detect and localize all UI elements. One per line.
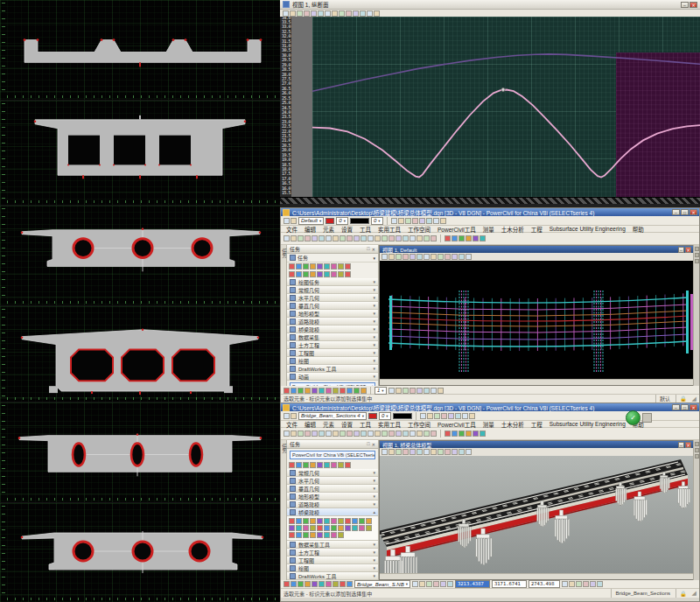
element-template-dropdown[interactable]: Default▾ [298, 217, 324, 225]
tool-icon[interactable] [396, 449, 402, 455]
tool-icon[interactable] [396, 254, 402, 260]
tool-icon[interactable] [402, 449, 409, 455]
tool-icon[interactable] [424, 235, 430, 242]
tool-icon[interactable] [466, 449, 472, 455]
menu-item[interactable]: 帮助 [630, 225, 647, 234]
maximize-button[interactable]: □ [681, 209, 689, 215]
line-style-dropdown[interactable]: 0▾ [336, 217, 348, 225]
tool-icon[interactable] [326, 430, 332, 437]
tool-icon[interactable] [317, 532, 323, 538]
tool-icon[interactable] [289, 462, 295, 468]
tool-icon[interactable] [310, 462, 316, 468]
tool-icon[interactable] [360, 388, 367, 394]
tool-icon[interactable] [410, 254, 416, 260]
tool-icon[interactable] [324, 271, 330, 277]
tool-icon[interactable] [447, 581, 453, 587]
tool-icon[interactable] [430, 235, 437, 242]
tool-icon[interactable] [296, 462, 302, 468]
tool-icon[interactable] [366, 525, 372, 531]
tool-icon[interactable] [438, 449, 444, 455]
tool-icon[interactable] [346, 581, 353, 587]
tool-icon[interactable] [416, 430, 423, 437]
tool-icon[interactable] [298, 430, 304, 437]
tool-icon[interactable] [438, 254, 444, 260]
minimize-button[interactable]: – [681, 2, 689, 8]
tool-icon[interactable] [289, 532, 295, 538]
tool-icon[interactable] [416, 254, 423, 260]
tool-icon[interactable] [324, 462, 330, 468]
tool-icon[interactable] [289, 263, 295, 270]
menu-item[interactable]: 实用工具 [375, 225, 403, 234]
tool-icon[interactable] [338, 263, 344, 270]
tool-icon[interactable] [303, 271, 309, 277]
tasks-panel-header[interactable]: 任务 ⏍✕ [287, 440, 378, 449]
tool-icon[interactable] [290, 388, 297, 394]
tool-icon[interactable] [391, 218, 397, 224]
close-button[interactable]: ✕ [690, 209, 697, 215]
tool-icon[interactable] [290, 430, 297, 437]
tool-icon[interactable] [583, 581, 589, 587]
tool-icon[interactable] [324, 518, 330, 524]
tool-icon[interactable] [426, 218, 432, 224]
status-cell-level[interactable]: Bridge_Beam_Sections [611, 589, 674, 598]
tool-icon[interactable] [312, 581, 318, 587]
tool-icon[interactable] [430, 254, 437, 260]
tool-icon[interactable] [331, 271, 337, 277]
tool-icon[interactable] [382, 430, 388, 437]
tool-icon[interactable] [452, 430, 458, 437]
tool-icon[interactable] [597, 581, 603, 587]
tool-icon[interactable] [284, 235, 290, 242]
view-select-dropdown[interactable]: 1▾ [374, 387, 387, 395]
tool-icon[interactable] [290, 10, 296, 17]
tool-icon[interactable] [426, 581, 432, 587]
view-scrollbar[interactable] [380, 573, 694, 579]
tasks-panel-header[interactable]: 任务 ⏍✕ [287, 245, 378, 254]
tool-icon[interactable] [396, 235, 402, 242]
tool-icon[interactable] [433, 218, 439, 224]
menu-item[interactable]: 工程 [528, 225, 545, 234]
tool-icon[interactable] [434, 413, 440, 419]
tool-icon[interactable] [352, 525, 358, 531]
tool-icon[interactable] [416, 449, 423, 455]
tool-icon[interactable] [382, 235, 388, 242]
tool-icon[interactable] [296, 271, 302, 277]
tool-icon[interactable] [472, 430, 479, 437]
tool-icon[interactable] [338, 462, 344, 468]
tool-icon[interactable] [304, 10, 310, 17]
profile-plot-area[interactable] [312, 17, 700, 197]
tool-icon[interactable] [388, 449, 395, 455]
tool-icon[interactable] [331, 518, 337, 524]
tool-icon[interactable] [452, 449, 458, 455]
tool-icon[interactable] [424, 388, 430, 394]
close-button[interactable]: ✕ [690, 404, 697, 410]
tool-icon[interactable] [331, 462, 337, 468]
tool-icon[interactable] [296, 518, 302, 524]
tool-icon[interactable] [359, 518, 365, 524]
tool-icon[interactable] [420, 413, 426, 419]
tool-icon[interactable] [303, 525, 309, 531]
menu-item[interactable]: 工程 [528, 420, 545, 429]
menu-item[interactable]: 编辑 [302, 420, 318, 429]
active-level-chip[interactable] [393, 413, 412, 419]
tool-icon[interactable] [469, 413, 475, 419]
coord-x-field[interactable]: 3213.4387 [455, 580, 490, 588]
tool-icon[interactable] [340, 430, 346, 437]
tool-icon[interactable] [396, 388, 402, 394]
tool-icon[interactable] [284, 581, 290, 587]
view-min[interactable]: – [678, 247, 684, 253]
tool-icon[interactable] [304, 388, 311, 394]
tool-icon[interactable] [290, 235, 297, 242]
tool-icon[interactable] [569, 581, 575, 587]
tool-icon[interactable] [480, 430, 486, 437]
cross-section-view-voided-slab-round-2[interactable] [0, 503, 280, 602]
tool-icon[interactable] [424, 254, 430, 260]
dock-tab-strip[interactable]: 任务 [281, 245, 287, 386]
menu-item[interactable]: PowerCivil工具 [435, 420, 479, 429]
tool-icon[interactable] [410, 449, 416, 455]
tool-icon[interactable] [388, 388, 395, 394]
tool-icon[interactable] [312, 430, 318, 437]
security-badge[interactable]: ✓ [626, 410, 652, 425]
menu-item[interactable]: 测量 [480, 420, 497, 429]
menu-item[interactable]: 编辑 [302, 225, 318, 234]
tool-icon[interactable] [360, 10, 366, 17]
